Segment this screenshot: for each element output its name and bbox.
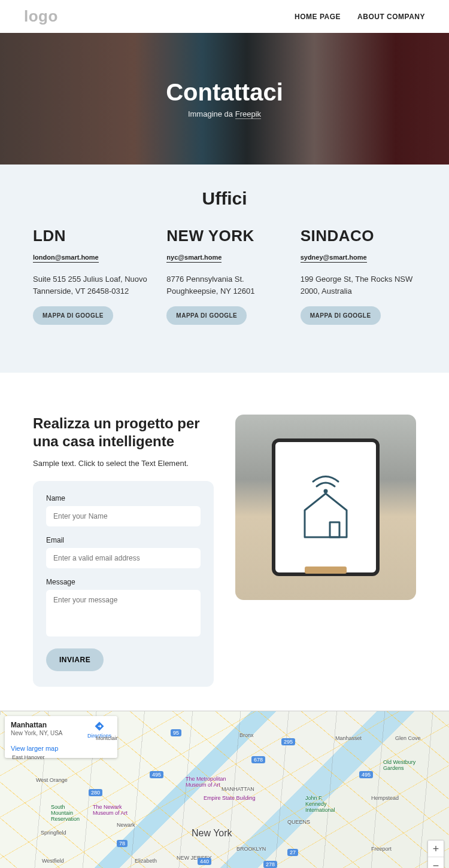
name-label: Name	[46, 494, 201, 502]
office-address: Suite 515 255 Julius Loaf, Nuovo Tanners…	[33, 273, 148, 297]
google-map-button[interactable]: MAPPA DI GOOGLE	[301, 306, 381, 325]
project-subtext: Sample text. Click to select the Text El…	[33, 459, 214, 468]
map-poi: Montclair	[96, 735, 118, 741]
tablet-graphic	[272, 438, 380, 576]
hero-subtitle: Immagine da Freepik	[166, 109, 283, 118]
svg-point-1	[324, 490, 327, 492]
map-poi: Old WestburyGardens	[383, 759, 415, 771]
hero-title: Contattaci	[166, 79, 283, 106]
map-poi: QUEENS	[287, 819, 310, 825]
office-email-link[interactable]: nyc@smart.home	[166, 254, 222, 263]
project-section: Realizza un progetto per una casa intell…	[0, 373, 449, 711]
submit-button[interactable]: INVIARE	[46, 648, 104, 671]
project-image	[235, 415, 416, 600]
contact-form: Name Email Message INVIARE	[33, 481, 214, 687]
map-poi: BROOKLYN	[236, 846, 266, 852]
map-poi: West Orange	[36, 777, 68, 783]
map-poi: Hempstead	[371, 795, 399, 801]
office-address: 199 George St, The Rocks NSW 2000, Austr…	[301, 273, 416, 297]
offices-title: Uffici	[33, 188, 416, 209]
map-poi: Elizabeth	[135, 858, 157, 864]
map-poi: East Hanover	[12, 754, 45, 760]
route-shield: 27	[287, 849, 298, 856]
google-map-button[interactable]: MAPPA DI GOOGLE	[33, 306, 113, 325]
office-sindaco: SINDACO sydney@smart.home 199 George St,…	[301, 227, 416, 325]
office-ldn: LDN london@smart.home Suite 515 255 Juli…	[33, 227, 148, 325]
name-input[interactable]	[46, 506, 201, 526]
route-shield: 278	[263, 861, 277, 868]
office-email-link[interactable]: london@smart.home	[33, 254, 99, 263]
map-poi: Bronx	[239, 732, 254, 738]
google-map-button[interactable]: MAPPA DI GOOGLE	[166, 306, 247, 325]
offices-section: Uffici LDN london@smart.home Suite 515 2…	[0, 165, 449, 373]
map-poi: The NewarkMuseum of Art	[93, 804, 128, 816]
route-shield: 95	[171, 729, 181, 736]
office-name: SINDACO	[301, 227, 416, 245]
route-shield: 295	[281, 738, 295, 745]
map-poi: John F.KennedyInternational	[305, 795, 335, 813]
office-email-link[interactable]: sydney@smart.home	[301, 254, 367, 263]
hero-credit-link[interactable]: Freepik	[235, 109, 261, 119]
map-poi: Westfield	[42, 858, 64, 864]
route-shield: 495	[150, 771, 163, 778]
nav-home[interactable]: HOME PAGE	[295, 13, 341, 21]
map-city-label: New York	[192, 828, 232, 839]
map[interactable]: Directions Manhattan New York, NY, USA V…	[0, 711, 449, 868]
map-poi: The MetropolitanMuseum of Art	[186, 776, 226, 788]
office-newyork: NEW YORK nyc@smart.home 8776 Pennsylvani…	[166, 227, 282, 325]
logo[interactable]: logo	[24, 7, 58, 26]
map-poi: Newark	[117, 822, 135, 828]
map-poi: Glen Cove	[395, 735, 421, 741]
email-input[interactable]	[46, 548, 201, 568]
email-label: Email	[46, 536, 201, 544]
map-poi: SouthMountainReservation	[51, 804, 80, 822]
route-shield: 440	[198, 858, 211, 865]
hero: Contattaci Immagine da Freepik	[0, 33, 449, 165]
view-larger-map-link[interactable]: View larger map	[11, 745, 58, 752]
site-header: logo HOME PAGE ABOUT COMPANY	[0, 0, 449, 33]
nav-about[interactable]: ABOUT COMPANY	[357, 13, 425, 21]
map-poi: Freeport	[371, 846, 392, 852]
map-zoom: + −	[427, 840, 444, 868]
svg-rect-0	[330, 522, 339, 537]
zoom-out-button[interactable]: −	[428, 857, 444, 868]
map-poi: Springfield	[41, 830, 66, 836]
route-shield: 678	[251, 756, 265, 763]
map-poi: MANHATTAN	[222, 786, 254, 792]
message-input[interactable]	[46, 590, 201, 636]
route-shield: 78	[117, 840, 128, 847]
route-shield: 280	[89, 789, 102, 796]
zoom-in-button[interactable]: +	[428, 840, 444, 857]
route-shield: 495	[359, 771, 373, 778]
office-name: LDN	[33, 227, 148, 245]
office-name: NEW YORK	[166, 227, 282, 245]
message-label: Message	[46, 578, 201, 586]
map-poi: Manhasset	[335, 735, 362, 741]
project-title: Realizza un progetto per una casa intell…	[33, 415, 214, 450]
office-address: 8776 Pennsylvania St. Poughkeepsie, NY 1…	[166, 273, 282, 297]
main-nav: HOME PAGE ABOUT COMPANY	[295, 13, 425, 21]
map-poi: Empire State Building	[204, 795, 256, 801]
